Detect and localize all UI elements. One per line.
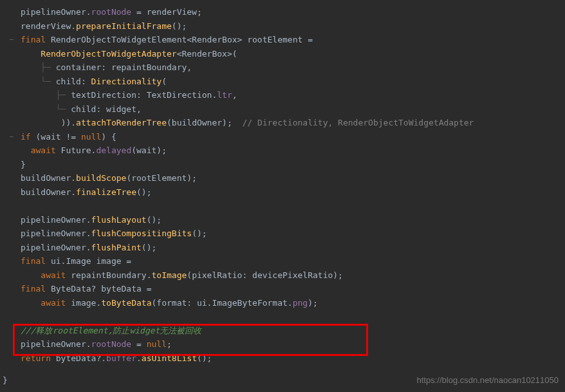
code-method: finalizeTree bbox=[76, 187, 136, 197]
code-line: final ui.Image image = bbox=[5, 254, 565, 268]
code-text: pipelineOwner. bbox=[21, 339, 91, 349]
code-text: pipelineOwner. bbox=[21, 229, 91, 238]
code-text: )). bbox=[61, 118, 76, 127]
code-text: (); bbox=[192, 229, 207, 238]
code-text: ; bbox=[167, 339, 172, 349]
code-text: (wait != bbox=[31, 132, 81, 142]
code-method: toImage bbox=[152, 270, 187, 280]
code-keyword: if bbox=[21, 132, 31, 142]
code-text: child: widget, bbox=[71, 104, 142, 114]
code-text: buildOwner. bbox=[21, 187, 76, 197]
code-property: rootNode bbox=[91, 339, 132, 349]
code-line: ├─ container: repaintBoundary, bbox=[5, 61, 565, 75]
code-line: )).attachToRenderTree(buildOwner); // Di… bbox=[5, 116, 565, 130]
code-text: ); bbox=[308, 298, 318, 308]
code-text: child: bbox=[56, 77, 91, 86]
code-editor[interactable]: pipelineOwner.rootNode = renderView; ren… bbox=[0, 0, 565, 370]
code-text: = bbox=[131, 339, 146, 349]
code-text: byteData?. bbox=[51, 353, 106, 363]
code-text: ui.Image image = bbox=[46, 256, 131, 266]
code-line: buildOwner.finalizeTree(); bbox=[5, 185, 565, 200]
code-line: await Future.delayed(wait); bbox=[5, 144, 565, 158]
code-line-blank bbox=[5, 310, 565, 324]
code-keyword: await bbox=[41, 270, 66, 280]
code-class: Directionality bbox=[91, 77, 162, 86]
code-text: image. bbox=[66, 298, 101, 308]
code-keyword: final bbox=[21, 284, 46, 294]
code-text: (); bbox=[172, 21, 187, 31]
code-text: (); bbox=[147, 215, 162, 225]
code-line: ///释放rootElement,防止widget无法被回收 bbox=[5, 324, 565, 338]
code-text: (wait); bbox=[131, 145, 167, 155]
code-text: <RenderBox>( bbox=[177, 49, 237, 59]
code-keyword: return bbox=[21, 353, 51, 363]
indent-guide: └─ bbox=[41, 77, 55, 86]
code-line: pipelineOwner.rootNode = null; bbox=[5, 337, 565, 351]
code-text: pipelineOwner. bbox=[21, 243, 91, 252]
code-line: renderView.prepareInitialFrame(); bbox=[5, 19, 565, 33]
code-line: pipelineOwner.flushCompositingBits(); bbox=[5, 227, 565, 241]
indent-guide: ├─ bbox=[56, 90, 71, 100]
code-text: ( bbox=[162, 77, 167, 86]
code-property: buffer bbox=[106, 353, 136, 363]
code-text: (); bbox=[136, 187, 151, 197]
code-method: toByteData bbox=[101, 298, 151, 308]
fold-icon[interactable]: − bbox=[10, 33, 14, 47]
code-keyword: final bbox=[21, 35, 46, 44]
code-line: pipelineOwner.flushLayout(); bbox=[5, 213, 565, 227]
code-line: pipelineOwner.flushPaint(); bbox=[5, 241, 565, 255]
code-line: return byteData?.buffer.asUint8List(); bbox=[5, 351, 565, 366]
code-text: repaintBoundary. bbox=[66, 270, 151, 280]
code-text: (); bbox=[197, 353, 212, 363]
indent-guide: └─ bbox=[56, 104, 71, 114]
code-keyword: final bbox=[21, 256, 46, 266]
code-class: RenderObjectToWidgetAdapter bbox=[41, 49, 176, 59]
code-text: ) { bbox=[101, 132, 116, 142]
code-keyword: await bbox=[31, 145, 56, 155]
code-text: , bbox=[232, 90, 237, 100]
code-keyword: null bbox=[81, 132, 101, 142]
code-text: ByteData? byteData = bbox=[46, 284, 151, 294]
code-method: flushCompositingBits bbox=[91, 229, 192, 238]
code-method: asUint8List bbox=[142, 353, 197, 363]
code-text: buildOwner. bbox=[21, 173, 76, 183]
code-line: −if (wait != null) { bbox=[5, 130, 565, 144]
code-line: −final RenderObjectToWidgetElement<Rende… bbox=[5, 33, 565, 47]
watermark-text: https://blog.csdn.net/naocan10211050 bbox=[417, 373, 559, 387]
code-method: flushLayout bbox=[91, 215, 147, 225]
code-method: flushPaint bbox=[91, 243, 142, 252]
code-line: └─ child: Directionality( bbox=[5, 75, 565, 89]
code-comment: // Directionality, RenderObjectToWidgetA… bbox=[232, 118, 474, 127]
code-text: pipelineOwner. bbox=[21, 7, 91, 17]
code-text: pipelineOwner. bbox=[21, 215, 91, 225]
code-text: . bbox=[136, 353, 142, 363]
code-line: } bbox=[5, 158, 565, 172]
code-method: attachToRenderTree bbox=[76, 118, 167, 127]
code-text: textDirection: TextDirection. bbox=[71, 90, 217, 100]
code-text: (format: ui.ImageByteFormat. bbox=[152, 298, 293, 308]
code-text: (pixelRatio: devicePixelRatio); bbox=[187, 270, 343, 280]
code-property: rootNode bbox=[91, 7, 132, 17]
code-line: final ByteData? byteData = bbox=[5, 282, 565, 296]
code-text: RenderObjectToWidgetElement<RenderBox> r… bbox=[46, 35, 313, 44]
code-line: pipelineOwner.rootNode = renderView; bbox=[5, 5, 565, 19]
code-keyword: await bbox=[41, 298, 66, 308]
indent-guide: ├─ bbox=[41, 62, 55, 72]
code-keyword: null bbox=[147, 339, 167, 349]
code-method: buildScope bbox=[76, 173, 126, 183]
code-method: delayed bbox=[96, 145, 131, 155]
code-line: buildOwner.buildScope(rootElement); bbox=[5, 171, 565, 185]
code-line: RenderObjectToWidgetAdapter<RenderBox>( bbox=[5, 47, 565, 61]
code-text: (rootElement); bbox=[126, 173, 197, 183]
code-line: ├─ textDirection: TextDirection.ltr, bbox=[5, 88, 565, 102]
fold-icon[interactable]: − bbox=[10, 130, 14, 144]
code-comment-doc: ///释放rootElement,防止widget无法被回收 bbox=[21, 326, 201, 335]
code-text: (); bbox=[142, 243, 156, 252]
code-property: png bbox=[293, 298, 308, 308]
closing-brace: } bbox=[3, 373, 8, 387]
code-line: await image.toByteData(format: ui.ImageB… bbox=[5, 296, 565, 310]
code-property: ltr bbox=[217, 90, 232, 100]
code-line: await repaintBoundary.toImage(pixelRatio… bbox=[5, 268, 565, 283]
code-text: = renderView; bbox=[131, 7, 202, 17]
code-line: └─ child: widget, bbox=[5, 102, 565, 117]
